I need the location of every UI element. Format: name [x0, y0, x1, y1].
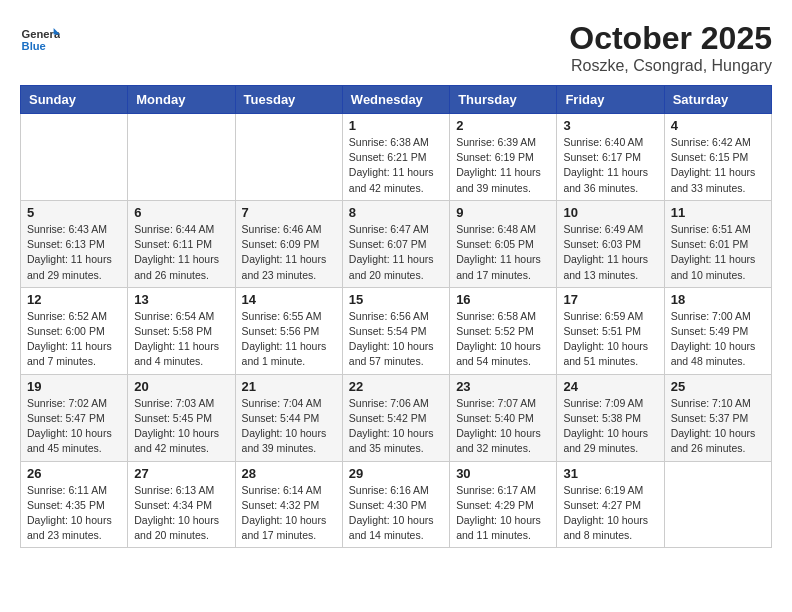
calendar-day-cell: 27Sunrise: 6:13 AM Sunset: 4:34 PM Dayli…: [128, 461, 235, 548]
day-number: 30: [456, 466, 550, 481]
calendar-day-cell: 23Sunrise: 7:07 AM Sunset: 5:40 PM Dayli…: [450, 374, 557, 461]
day-number: 11: [671, 205, 765, 220]
day-number: 19: [27, 379, 121, 394]
calendar-header-row: SundayMondayTuesdayWednesdayThursdayFrid…: [21, 86, 772, 114]
day-info: Sunrise: 6:59 AM Sunset: 5:51 PM Dayligh…: [563, 309, 657, 370]
day-info: Sunrise: 6:54 AM Sunset: 5:58 PM Dayligh…: [134, 309, 228, 370]
day-number: 17: [563, 292, 657, 307]
day-number: 7: [242, 205, 336, 220]
day-info: Sunrise: 7:06 AM Sunset: 5:42 PM Dayligh…: [349, 396, 443, 457]
day-number: 22: [349, 379, 443, 394]
day-number: 25: [671, 379, 765, 394]
day-info: Sunrise: 6:38 AM Sunset: 6:21 PM Dayligh…: [349, 135, 443, 196]
day-number: 18: [671, 292, 765, 307]
calendar-day-cell: 9Sunrise: 6:48 AM Sunset: 6:05 PM Daylig…: [450, 200, 557, 287]
calendar-day-cell: 26Sunrise: 6:11 AM Sunset: 4:35 PM Dayli…: [21, 461, 128, 548]
day-info: Sunrise: 6:51 AM Sunset: 6:01 PM Dayligh…: [671, 222, 765, 283]
day-number: 2: [456, 118, 550, 133]
day-info: Sunrise: 6:47 AM Sunset: 6:07 PM Dayligh…: [349, 222, 443, 283]
calendar-header-cell: Wednesday: [342, 86, 449, 114]
day-info: Sunrise: 6:42 AM Sunset: 6:15 PM Dayligh…: [671, 135, 765, 196]
day-number: 21: [242, 379, 336, 394]
day-info: Sunrise: 6:49 AM Sunset: 6:03 PM Dayligh…: [563, 222, 657, 283]
day-info: Sunrise: 6:55 AM Sunset: 5:56 PM Dayligh…: [242, 309, 336, 370]
day-number: 9: [456, 205, 550, 220]
calendar-day-cell: [21, 114, 128, 201]
day-info: Sunrise: 6:39 AM Sunset: 6:19 PM Dayligh…: [456, 135, 550, 196]
day-info: Sunrise: 7:04 AM Sunset: 5:44 PM Dayligh…: [242, 396, 336, 457]
day-info: Sunrise: 6:13 AM Sunset: 4:34 PM Dayligh…: [134, 483, 228, 544]
calendar-day-cell: 29Sunrise: 6:16 AM Sunset: 4:30 PM Dayli…: [342, 461, 449, 548]
calendar-day-cell: 22Sunrise: 7:06 AM Sunset: 5:42 PM Dayli…: [342, 374, 449, 461]
calendar-day-cell: 6Sunrise: 6:44 AM Sunset: 6:11 PM Daylig…: [128, 200, 235, 287]
day-info: Sunrise: 6:40 AM Sunset: 6:17 PM Dayligh…: [563, 135, 657, 196]
day-number: 16: [456, 292, 550, 307]
day-info: Sunrise: 7:09 AM Sunset: 5:38 PM Dayligh…: [563, 396, 657, 457]
day-number: 6: [134, 205, 228, 220]
calendar-day-cell: 20Sunrise: 7:03 AM Sunset: 5:45 PM Dayli…: [128, 374, 235, 461]
calendar-day-cell: 10Sunrise: 6:49 AM Sunset: 6:03 PM Dayli…: [557, 200, 664, 287]
day-info: Sunrise: 6:11 AM Sunset: 4:35 PM Dayligh…: [27, 483, 121, 544]
calendar-day-cell: 24Sunrise: 7:09 AM Sunset: 5:38 PM Dayli…: [557, 374, 664, 461]
calendar-header-cell: Sunday: [21, 86, 128, 114]
calendar-day-cell: 1Sunrise: 6:38 AM Sunset: 6:21 PM Daylig…: [342, 114, 449, 201]
day-info: Sunrise: 7:03 AM Sunset: 5:45 PM Dayligh…: [134, 396, 228, 457]
calendar-day-cell: 31Sunrise: 6:19 AM Sunset: 4:27 PM Dayli…: [557, 461, 664, 548]
calendar-day-cell: [128, 114, 235, 201]
day-info: Sunrise: 6:58 AM Sunset: 5:52 PM Dayligh…: [456, 309, 550, 370]
day-number: 28: [242, 466, 336, 481]
title-block: October 2025 Roszke, Csongrad, Hungary: [569, 20, 772, 75]
day-number: 8: [349, 205, 443, 220]
calendar-header-cell: Tuesday: [235, 86, 342, 114]
calendar-day-cell: 16Sunrise: 6:58 AM Sunset: 5:52 PM Dayli…: [450, 287, 557, 374]
calendar-week-row: 12Sunrise: 6:52 AM Sunset: 6:00 PM Dayli…: [21, 287, 772, 374]
day-info: Sunrise: 6:43 AM Sunset: 6:13 PM Dayligh…: [27, 222, 121, 283]
calendar-day-cell: 15Sunrise: 6:56 AM Sunset: 5:54 PM Dayli…: [342, 287, 449, 374]
calendar-header-cell: Monday: [128, 86, 235, 114]
calendar-day-cell: 14Sunrise: 6:55 AM Sunset: 5:56 PM Dayli…: [235, 287, 342, 374]
calendar-day-cell: 21Sunrise: 7:04 AM Sunset: 5:44 PM Dayli…: [235, 374, 342, 461]
day-number: 3: [563, 118, 657, 133]
day-info: Sunrise: 7:00 AM Sunset: 5:49 PM Dayligh…: [671, 309, 765, 370]
calendar-day-cell: [235, 114, 342, 201]
day-number: 12: [27, 292, 121, 307]
day-number: 14: [242, 292, 336, 307]
page-header: General Blue October 2025 Roszke, Csongr…: [20, 20, 772, 75]
calendar-day-cell: [664, 461, 771, 548]
calendar-day-cell: 25Sunrise: 7:10 AM Sunset: 5:37 PM Dayli…: [664, 374, 771, 461]
day-info: Sunrise: 7:10 AM Sunset: 5:37 PM Dayligh…: [671, 396, 765, 457]
svg-text:Blue: Blue: [22, 40, 46, 52]
calendar-day-cell: 4Sunrise: 6:42 AM Sunset: 6:15 PM Daylig…: [664, 114, 771, 201]
calendar-body: 1Sunrise: 6:38 AM Sunset: 6:21 PM Daylig…: [21, 114, 772, 548]
day-number: 4: [671, 118, 765, 133]
calendar-week-row: 26Sunrise: 6:11 AM Sunset: 4:35 PM Dayli…: [21, 461, 772, 548]
day-info: Sunrise: 6:52 AM Sunset: 6:00 PM Dayligh…: [27, 309, 121, 370]
day-info: Sunrise: 6:46 AM Sunset: 6:09 PM Dayligh…: [242, 222, 336, 283]
day-info: Sunrise: 6:16 AM Sunset: 4:30 PM Dayligh…: [349, 483, 443, 544]
day-number: 5: [27, 205, 121, 220]
calendar-day-cell: 3Sunrise: 6:40 AM Sunset: 6:17 PM Daylig…: [557, 114, 664, 201]
location: Roszke, Csongrad, Hungary: [569, 57, 772, 75]
calendar-header-cell: Saturday: [664, 86, 771, 114]
calendar-day-cell: 17Sunrise: 6:59 AM Sunset: 5:51 PM Dayli…: [557, 287, 664, 374]
day-info: Sunrise: 6:14 AM Sunset: 4:32 PM Dayligh…: [242, 483, 336, 544]
calendar-day-cell: 30Sunrise: 6:17 AM Sunset: 4:29 PM Dayli…: [450, 461, 557, 548]
day-number: 27: [134, 466, 228, 481]
day-info: Sunrise: 6:48 AM Sunset: 6:05 PM Dayligh…: [456, 222, 550, 283]
day-info: Sunrise: 6:19 AM Sunset: 4:27 PM Dayligh…: [563, 483, 657, 544]
day-info: Sunrise: 6:17 AM Sunset: 4:29 PM Dayligh…: [456, 483, 550, 544]
day-info: Sunrise: 6:56 AM Sunset: 5:54 PM Dayligh…: [349, 309, 443, 370]
calendar-header-cell: Thursday: [450, 86, 557, 114]
day-number: 15: [349, 292, 443, 307]
calendar-day-cell: 8Sunrise: 6:47 AM Sunset: 6:07 PM Daylig…: [342, 200, 449, 287]
calendar-day-cell: 28Sunrise: 6:14 AM Sunset: 4:32 PM Dayli…: [235, 461, 342, 548]
logo: General Blue: [20, 20, 64, 60]
calendar-day-cell: 13Sunrise: 6:54 AM Sunset: 5:58 PM Dayli…: [128, 287, 235, 374]
calendar-header-cell: Friday: [557, 86, 664, 114]
calendar-day-cell: 5Sunrise: 6:43 AM Sunset: 6:13 PM Daylig…: [21, 200, 128, 287]
day-number: 31: [563, 466, 657, 481]
calendar-day-cell: 7Sunrise: 6:46 AM Sunset: 6:09 PM Daylig…: [235, 200, 342, 287]
calendar-day-cell: 19Sunrise: 7:02 AM Sunset: 5:47 PM Dayli…: [21, 374, 128, 461]
calendar-table: SundayMondayTuesdayWednesdayThursdayFrid…: [20, 85, 772, 548]
day-number: 13: [134, 292, 228, 307]
